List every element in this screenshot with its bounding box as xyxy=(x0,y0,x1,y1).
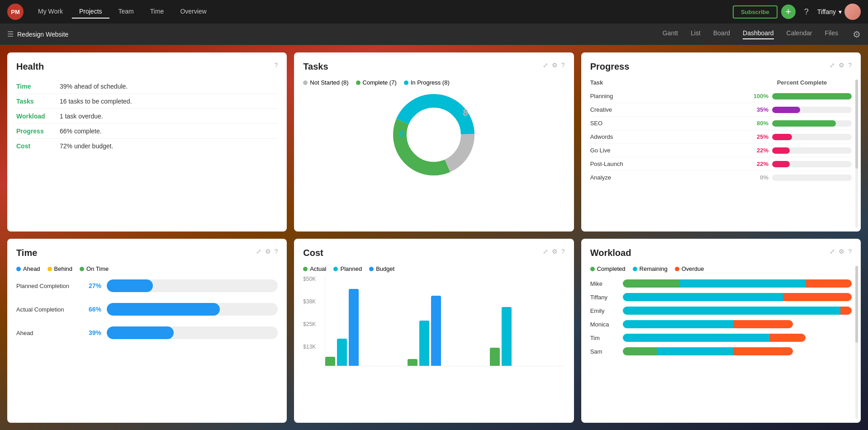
tab-gantt[interactable]: Gantt xyxy=(663,29,678,39)
time-card: Time ⤢ ⚙ ? Ahead Behind On Time Pl xyxy=(7,239,287,423)
tab-list[interactable]: List xyxy=(691,29,701,39)
workload-name-emily: Emily xyxy=(590,307,617,314)
progress-task-postlaunch: Post-Launch xyxy=(590,161,752,167)
legend-dot-planned-cost xyxy=(333,267,338,271)
tasks-card-icons: ⤢ ⚙ ? xyxy=(543,61,565,69)
progress-card-icons: ⤢ ⚙ ? xyxy=(830,61,852,69)
cost-help-icon[interactable]: ? xyxy=(561,248,565,255)
time-help-icon[interactable]: ? xyxy=(275,248,278,255)
workload-seg-completed-sam xyxy=(623,347,657,355)
add-button[interactable]: + xyxy=(781,5,796,19)
progress-bar-fill-adwords xyxy=(772,134,792,140)
progress-card: Progress ⤢ ⚙ ? Task Percent Complete Pla… xyxy=(581,52,861,232)
health-table: Time 39% ahead of schedule. Tasks 16 tas… xyxy=(16,79,278,153)
subscribe-button[interactable]: Subscribe xyxy=(733,5,778,19)
svg-text:8: 8 xyxy=(400,129,405,139)
progress-expand-icon[interactable]: ⤢ xyxy=(830,61,835,69)
legend-remaining-wl: Remaining xyxy=(633,265,668,272)
workload-name-monica: Monica xyxy=(590,321,617,328)
workload-seg-overdue-mike xyxy=(806,279,852,288)
workload-card-icons: ⤢ ⚙ ? xyxy=(830,248,852,255)
progress-row-creative: Creative 35% xyxy=(590,103,852,117)
workload-seg-overdue-sam xyxy=(733,347,793,355)
legend-label-budget: Budget xyxy=(376,265,394,272)
legend-completed-wl: Completed xyxy=(590,265,626,272)
progress-pct-golive: 22% xyxy=(752,147,852,154)
progress-row-planning: Planning 100% xyxy=(590,90,852,103)
cost-bar-group-3 xyxy=(490,307,565,366)
health-label-time: Time xyxy=(16,83,52,90)
top-nav: PM My Work Projects Team Time Overview S… xyxy=(0,0,868,24)
help-button[interactable]: ? xyxy=(799,5,814,19)
progress-pct-label-golive: 22% xyxy=(752,147,768,154)
workload-scrollbar-track[interactable] xyxy=(855,266,858,419)
progress-task-golive: Go Live xyxy=(590,147,752,154)
health-row-time: Time 39% ahead of schedule. xyxy=(16,79,278,94)
legend-dot-not-started xyxy=(303,80,308,85)
nav-item-overview[interactable]: Overview xyxy=(173,5,213,19)
progress-help-icon[interactable]: ? xyxy=(848,61,852,69)
cost-legend: Actual Planned Budget xyxy=(303,265,564,272)
time-legend: Ahead Behind On Time xyxy=(16,265,278,272)
workload-row-emily: Emily xyxy=(590,307,852,315)
workload-scrollbar-thumb[interactable] xyxy=(855,266,858,343)
tab-dashboard[interactable]: Dashboard xyxy=(743,29,774,39)
progress-bar-bg-adwords xyxy=(772,134,852,140)
workload-bar-sam xyxy=(623,347,793,355)
progress-settings-icon[interactable]: ⚙ xyxy=(839,61,844,69)
dashboard-content: Health ? Time 39% ahead of schedule. Tas… xyxy=(0,45,868,430)
workload-row-mike: Mike xyxy=(590,279,852,288)
cost-settings-icon[interactable]: ⚙ xyxy=(552,248,558,255)
progress-bar-bg-planning xyxy=(772,93,852,99)
cost-y-labels: $50K $38K $25K $13K xyxy=(303,276,322,366)
progress-scrollbar-track[interactable] xyxy=(855,80,858,228)
workload-seg-completed-mike xyxy=(623,279,680,288)
health-help-icon[interactable]: ? xyxy=(275,61,278,69)
health-label-workload: Workload xyxy=(16,113,52,120)
workload-help-icon[interactable]: ? xyxy=(848,248,852,255)
legend-label-on-time: On Time xyxy=(86,265,109,272)
progress-bar-bg-analyze xyxy=(772,175,852,181)
workload-seg-remaining-emily xyxy=(623,307,840,315)
tab-calendar[interactable]: Calendar xyxy=(787,29,812,39)
health-value-tasks: 16 tasks to be completed. xyxy=(60,98,132,105)
legend-label-completed-wl: Completed xyxy=(597,265,626,272)
logo[interactable]: PM xyxy=(7,4,24,20)
progress-col-pct-header: Percent Complete xyxy=(752,79,852,86)
legend-label-not-started: Not Started (8) xyxy=(310,79,348,86)
user-info[interactable]: Tiffany ▾ xyxy=(817,4,861,20)
tab-files[interactable]: Files xyxy=(825,29,838,39)
time-settings-icon[interactable]: ⚙ xyxy=(265,248,271,255)
progress-scrollbar-thumb[interactable] xyxy=(855,80,858,169)
project-title: ☰ Redesign Website xyxy=(7,30,68,38)
progress-task-seo: SEO xyxy=(590,120,752,127)
tasks-legend: Not Started (8) Complete (7) In Progress… xyxy=(303,79,564,86)
tab-board[interactable]: Board xyxy=(713,29,730,39)
progress-pct-label-creative: 35% xyxy=(752,106,768,113)
cost-bars-area xyxy=(325,276,564,366)
workload-settings-icon[interactable]: ⚙ xyxy=(839,248,844,255)
time-bar-pct-actual: 66% xyxy=(85,306,101,313)
health-card-header: Health ? xyxy=(16,61,278,72)
progress-pct-label-adwords: 25% xyxy=(752,133,768,140)
progress-col-task-header: Task xyxy=(590,79,752,86)
workload-expand-icon[interactable]: ⤢ xyxy=(830,248,835,255)
tasks-help-icon[interactable]: ? xyxy=(561,61,565,69)
nav-item-projects[interactable]: Projects xyxy=(72,5,109,19)
settings-icon[interactable]: ⚙ xyxy=(853,29,861,40)
cost-expand-icon[interactable]: ⤢ xyxy=(543,248,548,255)
progress-pct-label-analyze: 0% xyxy=(752,174,768,181)
time-expand-icon[interactable]: ⤢ xyxy=(256,248,261,255)
tasks-settings-icon[interactable]: ⚙ xyxy=(552,61,558,69)
hamburger-icon[interactable]: ☰ xyxy=(7,30,14,38)
progress-bar-bg-golive xyxy=(772,147,852,154)
health-value-workload: 1 task overdue. xyxy=(60,113,103,120)
cost-bar-actual-2 xyxy=(408,359,417,366)
nav-item-time[interactable]: Time xyxy=(143,5,171,19)
legend-label-overdue-wl: Overdue xyxy=(682,265,704,272)
nav-item-mywork[interactable]: My Work xyxy=(31,5,70,19)
progress-task-creative: Creative xyxy=(590,106,752,113)
legend-budget: Budget xyxy=(369,265,394,272)
tasks-expand-icon[interactable]: ⤢ xyxy=(543,61,548,69)
nav-item-team[interactable]: Team xyxy=(111,5,141,19)
